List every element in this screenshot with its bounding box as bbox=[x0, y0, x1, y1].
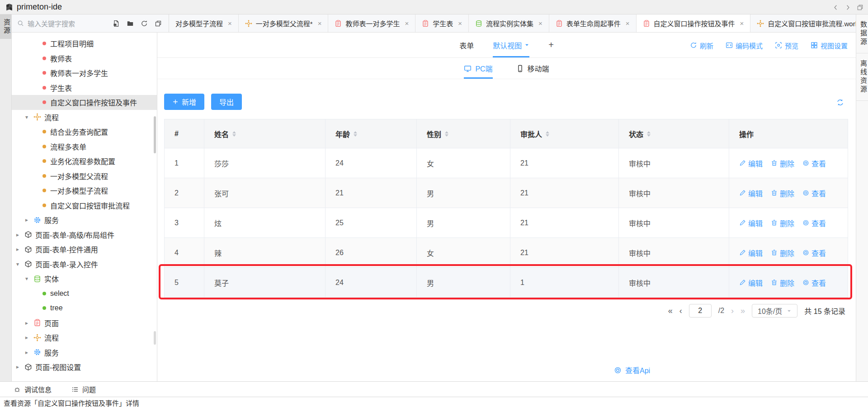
column-header[interactable]: 状态 bbox=[619, 119, 729, 148]
row-trash-link[interactable]: 删除 bbox=[771, 247, 794, 258]
import-file-icon[interactable] bbox=[113, 20, 120, 27]
row-edit-link[interactable]: 编辑 bbox=[739, 218, 763, 228]
restore-window-icon[interactable] bbox=[857, 4, 863, 11]
new-folder-icon[interactable] bbox=[127, 20, 134, 27]
preview-action-button[interactable]: 预览 bbox=[775, 41, 798, 50]
panel-tab-数据源[interactable]: 数据源 bbox=[856, 14, 868, 53]
export-button[interactable]: 导出 bbox=[211, 94, 242, 110]
expander-icon[interactable]: ▾ bbox=[25, 275, 33, 282]
editor-tab[interactable]: 自定义窗口按钮审批流程.workflowx× bbox=[750, 14, 856, 32]
tree-item[interactable]: ▸页面 bbox=[12, 316, 157, 331]
tree-item[interactable]: 流程多表单 bbox=[12, 139, 157, 154]
page-first-button[interactable]: « bbox=[668, 306, 673, 316]
tab-close-icon[interactable]: × bbox=[458, 19, 462, 27]
tree-item[interactable]: ▸页面-视图设置 bbox=[12, 360, 157, 375]
sort-icon[interactable] bbox=[232, 131, 236, 137]
table-refresh-icon[interactable] bbox=[836, 98, 844, 106]
editor-tab[interactable]: 流程实例实体集× bbox=[469, 14, 549, 32]
collapse-panels-icon[interactable] bbox=[155, 20, 162, 27]
table-row[interactable]: 5莫子24男1审核中编辑删除查看 bbox=[165, 268, 848, 298]
page-size-select[interactable]: 10条/页 bbox=[752, 304, 797, 318]
row-eye-link[interactable]: 查看 bbox=[802, 218, 826, 228]
tree-item[interactable]: 学生表 bbox=[12, 81, 157, 95]
tree-item[interactable]: ▾实体 bbox=[12, 271, 157, 286]
table-row[interactable]: 1莎莎24女21审核中编辑删除查看 bbox=[165, 148, 848, 178]
tree-item[interactable]: ▸页面-表单-控件通用 bbox=[12, 242, 157, 257]
row-edit-link[interactable]: 编辑 bbox=[739, 188, 763, 199]
editor-tab[interactable]: 自定义窗口操作按钮及事件× bbox=[637, 14, 751, 32]
panel-tab-离线资源[interactable]: 离线资源 bbox=[856, 53, 868, 101]
row-eye-link[interactable]: 查看 bbox=[802, 188, 826, 199]
nav-forward-icon[interactable] bbox=[844, 4, 851, 11]
row-edit-link[interactable]: 编辑 bbox=[739, 277, 763, 288]
grid-action-button[interactable]: 视图设置 bbox=[811, 41, 848, 50]
tab-close-icon[interactable]: × bbox=[538, 19, 542, 27]
expander-icon[interactable]: ▸ bbox=[16, 232, 24, 238]
editor-tab[interactable]: 对多模型子流程× bbox=[169, 14, 239, 32]
tree-item[interactable]: ▸页面-表单-高级/布局组件 bbox=[12, 228, 157, 242]
device-tab-PC端[interactable]: PC端 bbox=[464, 58, 492, 79]
expander-icon[interactable]: ▸ bbox=[16, 364, 24, 370]
nav-back-icon[interactable] bbox=[832, 4, 839, 11]
tree-item[interactable]: ▸流程 bbox=[12, 330, 157, 345]
column-header[interactable]: 审批人 bbox=[510, 119, 619, 148]
row-trash-link[interactable]: 删除 bbox=[771, 218, 794, 228]
sort-icon[interactable] bbox=[354, 131, 357, 137]
panel-tab-resources[interactable]: 资源 bbox=[0, 14, 11, 39]
add-button[interactable]: 新增 bbox=[164, 94, 204, 110]
row-trash-link[interactable]: 删除 bbox=[771, 158, 794, 169]
editor-tab[interactable]: 一对多模型父流程*× bbox=[239, 14, 329, 32]
row-edit-link[interactable]: 编辑 bbox=[739, 158, 763, 169]
tree-item[interactable]: 自定义窗口操作按钮及事件 bbox=[12, 95, 157, 110]
tree-item[interactable]: 一对多模型父流程 bbox=[12, 169, 157, 184]
expander-icon[interactable]: ▸ bbox=[16, 246, 24, 252]
search-input[interactable]: 输入关键字搜索 bbox=[12, 14, 106, 32]
bottom-tab-调试信息[interactable]: 调试信息 bbox=[14, 384, 52, 394]
expander-icon[interactable]: ▸ bbox=[25, 217, 33, 223]
tree-item[interactable]: 业务化流程参数配置 bbox=[12, 154, 157, 169]
column-header[interactable]: 姓名 bbox=[204, 119, 326, 148]
expander-icon[interactable]: ▾ bbox=[25, 114, 33, 120]
tree-item[interactable]: ▾流程 bbox=[12, 110, 157, 125]
editor-tab[interactable]: 学生表× bbox=[415, 14, 469, 32]
row-trash-link[interactable]: 删除 bbox=[771, 188, 794, 199]
row-eye-link[interactable]: 查看 bbox=[802, 158, 826, 169]
sort-icon[interactable] bbox=[647, 131, 651, 137]
page-number-input[interactable]: 2 bbox=[689, 304, 712, 318]
sidebar-scrollbar-2[interactable] bbox=[154, 331, 156, 345]
bottom-tab-问题[interactable]: 问题 bbox=[71, 384, 96, 394]
tab-close-icon[interactable]: × bbox=[626, 19, 630, 27]
sort-icon[interactable] bbox=[445, 131, 448, 137]
tree-item[interactable]: ▸服务 bbox=[12, 213, 157, 228]
tree-item[interactable]: 教师表一对多学生 bbox=[12, 66, 157, 81]
editor-tab[interactable]: 教师表一对多学生× bbox=[328, 14, 415, 32]
editor-tab[interactable]: 表单生命周起事件× bbox=[549, 14, 637, 32]
tree-item[interactable]: ▾页面-表单-录入控件 bbox=[12, 257, 157, 272]
row-edit-link[interactable]: 编辑 bbox=[739, 247, 763, 258]
tree-item[interactable]: tree bbox=[12, 301, 157, 316]
tab-close-icon[interactable]: × bbox=[405, 19, 409, 27]
expander-icon[interactable]: ▸ bbox=[25, 349, 33, 356]
refresh-action-button[interactable]: 刷新 bbox=[690, 41, 713, 50]
sidebar-scrollbar[interactable] bbox=[154, 116, 156, 153]
expander-icon[interactable]: ▾ bbox=[16, 261, 24, 267]
tab-close-icon[interactable]: × bbox=[318, 19, 322, 27]
table-row[interactable]: 3炫25男21审核中编辑删除查看 bbox=[165, 208, 848, 238]
add-view-button[interactable]: + bbox=[548, 33, 554, 57]
tree-item[interactable]: 教师表 bbox=[12, 51, 157, 66]
tree-item[interactable]: select bbox=[12, 286, 157, 301]
tree-item[interactable]: 工程项目明细 bbox=[12, 36, 157, 51]
sort-icon[interactable] bbox=[546, 131, 549, 137]
tree-item[interactable]: 结合业务查询配置 bbox=[12, 124, 157, 139]
tree-item[interactable]: 一对多模型子流程 bbox=[12, 183, 157, 198]
expander-icon[interactable]: ▸ bbox=[25, 334, 33, 341]
table-row[interactable]: 2张可21男21审核中编辑删除查看 bbox=[165, 178, 848, 208]
column-header[interactable]: 性别 bbox=[417, 119, 510, 148]
code-action-button[interactable]: 编码模式 bbox=[726, 41, 763, 50]
refresh-tree-icon[interactable] bbox=[141, 20, 148, 27]
row-eye-link[interactable]: 查看 bbox=[802, 277, 826, 288]
expander-icon[interactable]: ▸ bbox=[25, 320, 33, 326]
column-header[interactable]: 年龄 bbox=[326, 119, 417, 148]
tree-item[interactable]: ▸服务 bbox=[12, 345, 157, 360]
tab-form[interactable]: 表单 bbox=[459, 33, 474, 57]
